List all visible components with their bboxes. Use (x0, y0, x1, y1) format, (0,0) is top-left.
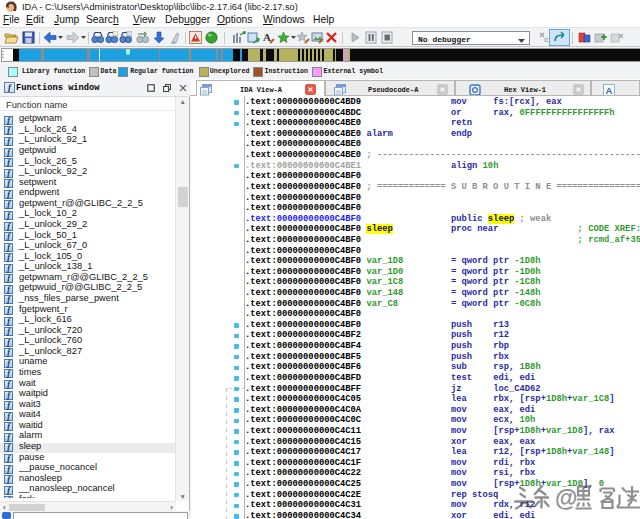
svg-text:A: A (263, 31, 271, 43)
svg-text:A: A (606, 85, 613, 96)
svg-text:@: @ (555, 485, 577, 511)
